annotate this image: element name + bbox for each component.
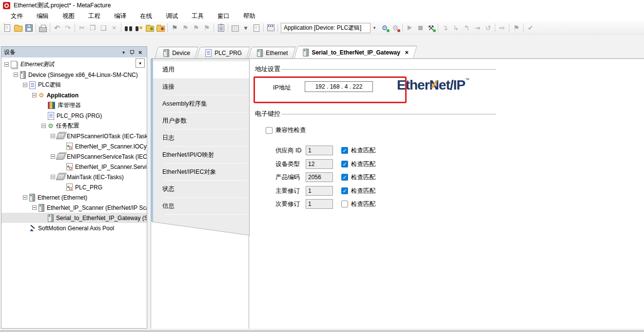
tree-item-16[interactable]: SoftMotion General Axis Pool xyxy=(1,223,147,233)
menu-item-4[interactable]: 编译 xyxy=(107,11,133,21)
page-nav-item-2[interactable]: Assembly程序集 xyxy=(151,95,249,112)
page-nav-item-4[interactable]: 日志 xyxy=(151,129,249,147)
undo-icon[interactable]: ↶ xyxy=(52,22,62,33)
previous-bookmark-icon[interactable]: ⚑ xyxy=(180,22,191,33)
check-match-checkbox[interactable]: ✓ xyxy=(341,174,348,181)
logout-icon[interactable]: ⚙ xyxy=(390,22,401,33)
new-project-icon[interactable] xyxy=(2,22,13,33)
next-statement-icon[interactable]: ⇨ xyxy=(497,22,507,33)
insert-device-icon[interactable] xyxy=(230,22,240,33)
menu-item-5[interactable]: 在线 xyxy=(133,11,159,21)
tree-item-10[interactable]: EtherNet_IP_Scanner.Servic xyxy=(1,162,147,172)
page-nav-item-1[interactable]: 连接 xyxy=(151,78,249,95)
tree-expander-icon[interactable] xyxy=(4,62,9,67)
menu-item-9[interactable]: 帮助 xyxy=(236,11,262,21)
toggle-bookmark-icon[interactable]: ⚑ xyxy=(169,22,180,33)
cut-icon[interactable]: ✂ xyxy=(77,22,87,33)
tree-expander-icon[interactable] xyxy=(51,154,55,159)
paste-special-icon[interactable] xyxy=(215,22,226,33)
menu-item-2[interactable]: 视图 xyxy=(56,11,81,21)
replace-in-project-icon[interactable] xyxy=(155,22,166,33)
tree-expander-icon[interactable] xyxy=(23,195,27,200)
tree-item-3[interactable]: ⚙Application xyxy=(1,90,147,100)
tree-item-6[interactable]: ⚙任务配置 xyxy=(1,121,147,131)
menu-item-3[interactable]: 工程 xyxy=(81,11,107,21)
menu-item-1[interactable]: 编辑 xyxy=(30,11,56,21)
tree-expander-icon[interactable] xyxy=(51,134,55,138)
build-icon[interactable]: ⚒ xyxy=(426,22,436,33)
print-icon[interactable] xyxy=(38,22,48,33)
find-in-project-icon[interactable] xyxy=(144,22,155,33)
tree-item-0[interactable]: Ethernet测试 xyxy=(1,59,147,70)
reset-icon[interactable]: ↺ xyxy=(483,22,493,33)
page-nav-item-3[interactable]: 用户参数 xyxy=(151,112,249,129)
tree-expander-icon[interactable] xyxy=(23,83,27,87)
check-match-checkbox[interactable]: ✓ xyxy=(341,161,348,167)
login-icon[interactable]: ⚙ xyxy=(379,22,390,33)
save-icon[interactable] xyxy=(23,22,34,33)
menu-item-6[interactable]: 调试 xyxy=(159,11,185,21)
page-nav-item-8[interactable]: 信息 xyxy=(151,198,249,215)
step-out-icon[interactable]: ↰ xyxy=(461,22,472,33)
check-match-checkbox[interactable]: ✓ xyxy=(341,187,348,194)
compatibility-checkbox[interactable] xyxy=(266,127,273,134)
param-input[interactable]: 1 xyxy=(306,186,333,196)
tab-serial_to_ethernet_ip_gateway[interactable]: Serial_to_EtherNet_IP_Gateway× xyxy=(294,46,417,58)
start-icon[interactable] xyxy=(404,22,415,33)
open-project-icon[interactable] xyxy=(13,22,23,33)
step-over-icon[interactable]: ↴ xyxy=(440,22,450,33)
delete-icon[interactable]: × xyxy=(109,22,119,33)
tree-expander-icon[interactable] xyxy=(41,124,46,128)
tree-item-13[interactable]: Ethernet (Ethernet) xyxy=(1,192,147,203)
page-nav-item-5[interactable]: EtherNet/IPI/O映射 xyxy=(151,147,249,164)
param-input[interactable]: 12 xyxy=(306,159,333,169)
new-object-icon[interactable] xyxy=(251,22,262,33)
panel-pin-icon[interactable] xyxy=(128,48,136,56)
find-icon[interactable] xyxy=(123,22,134,33)
tree-item-12[interactable]: PLC_PRG xyxy=(1,182,147,192)
redo-icon[interactable]: ↷ xyxy=(62,22,73,33)
step-into-icon[interactable]: ↳ xyxy=(450,22,461,33)
menu-item-8[interactable]: 窗口 xyxy=(211,11,236,21)
tab-close-icon[interactable]: × xyxy=(405,49,409,56)
tree-item-15[interactable]: Serial_to_EtherNet_IP_Gateway (Ser xyxy=(1,213,147,223)
tree-expander-icon[interactable] xyxy=(32,205,37,210)
run-to-cursor-icon[interactable]: ⇥ xyxy=(472,22,483,33)
stop-icon[interactable] xyxy=(415,22,426,33)
page-nav-item-0[interactable]: 通用 xyxy=(151,61,249,78)
next-bookmark-icon[interactable]: ⚑ xyxy=(191,22,201,33)
active-application-combobox[interactable]: Application [Device: PLC逻辑] xyxy=(281,23,371,33)
param-input[interactable]: 1 xyxy=(306,199,333,209)
find-replace-icon[interactable] xyxy=(134,22,144,33)
tree-item-5[interactable]: PLC_PRG (PRG) xyxy=(1,111,147,121)
tree-expander-icon[interactable] xyxy=(51,175,55,179)
tree-item-7[interactable]: ENIPScannerIOTask (IEC-Tasks) xyxy=(1,131,147,141)
tree-expander-icon[interactable] xyxy=(32,93,37,97)
panel-dropdown-icon[interactable]: ▾ xyxy=(119,48,128,56)
menu-item-7[interactable]: 工具 xyxy=(185,11,211,21)
check-match-checkbox[interactable] xyxy=(341,201,348,207)
tree-expander-icon[interactable] xyxy=(14,73,18,77)
tree-item-11[interactable]: MainTask (IEC-Tasks) xyxy=(1,172,147,182)
tree-item-8[interactable]: EtherNet_IP_Scanner.IOCyc xyxy=(1,141,147,151)
menu-item-0[interactable]: 文件 xyxy=(4,11,30,21)
page-nav-item-6[interactable]: EtherNet/IPIEC对象 xyxy=(151,164,249,181)
recompile-icon[interactable]: ✔ xyxy=(525,22,536,33)
copy-icon[interactable]: ❐ xyxy=(87,22,98,33)
force-values-icon[interactable]: ⚑ xyxy=(511,22,522,33)
paste-icon[interactable]: ❑ xyxy=(98,22,109,33)
dropdown-small-icon[interactable]: ▾ xyxy=(240,22,251,33)
tree-item-9[interactable]: ENIPScannerServiceTask (IEC-Ta xyxy=(1,151,147,162)
clear-bookmarks-icon[interactable]: ⚑ xyxy=(201,22,212,33)
tree-item-2[interactable]: PLC逻辑 xyxy=(1,80,147,90)
tree-item-4[interactable]: 库管理器 xyxy=(1,100,147,111)
page-nav-item-7[interactable]: 状态 xyxy=(151,181,249,198)
tab-device[interactable]: Device xyxy=(155,47,198,58)
combo-dropdown-icon[interactable]: ▾ xyxy=(371,23,378,33)
check-match-checkbox[interactable]: ✓ xyxy=(341,147,348,154)
tab-ethernet[interactable]: Ethernet xyxy=(248,47,296,58)
tree-item-14[interactable]: EtherNet_IP_Scanner (EtherNet/IP Scann xyxy=(1,203,147,213)
panel-close-icon[interactable]: × xyxy=(136,48,144,56)
tree-item-1[interactable]: Device (Sinsegye x86_64-Linux-SM-CNC) xyxy=(1,70,147,80)
device-repository-icon[interactable] xyxy=(265,22,276,33)
